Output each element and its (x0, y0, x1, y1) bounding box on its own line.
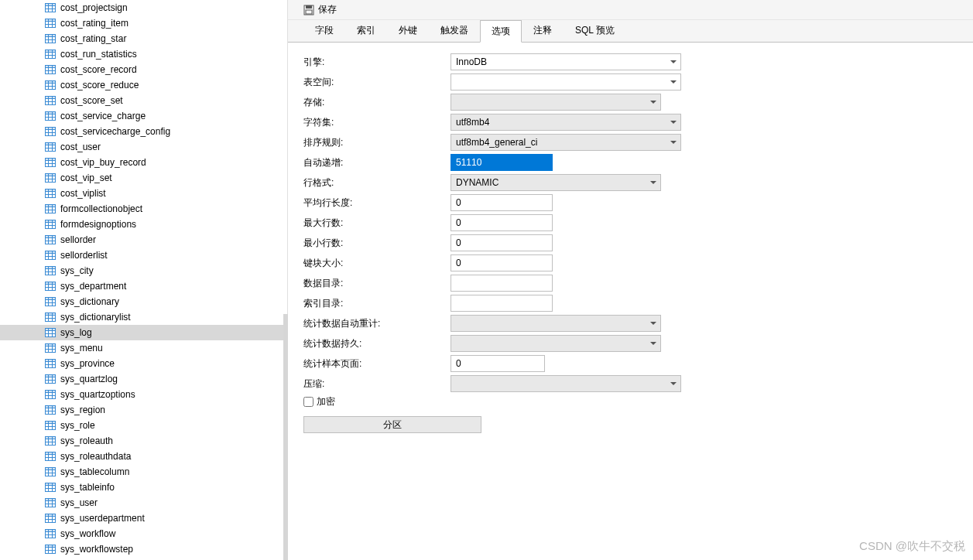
tablespace-select[interactable] (451, 73, 681, 90)
minrows-input[interactable] (451, 234, 553, 251)
maxrows-input[interactable] (451, 214, 553, 231)
sidebar-item-sys_city[interactable]: sys_city (43, 263, 287, 278)
sidebar-item-cost_projectsign[interactable]: cost_projectsign (43, 0, 287, 15)
svg-rect-176 (46, 545, 56, 548)
tree-label: sellorderlist (60, 250, 108, 261)
tab-4[interactable]: 选项 (480, 20, 522, 43)
tab-2[interactable]: 外键 (387, 19, 429, 42)
indexdir-input[interactable] (451, 295, 553, 312)
sidebar-item-sys_department[interactable]: sys_department (43, 278, 287, 294)
rowformat-select[interactable] (451, 174, 661, 191)
storage-select[interactable] (451, 94, 661, 111)
tree-label: sys_log (60, 327, 92, 338)
tree-label: cost_score_reduce (60, 80, 139, 90)
sidebar-item-cost_vip_buy_record[interactable]: cost_vip_buy_record (43, 155, 287, 170)
sidebar-item-formdesignoptions[interactable]: formdesignoptions (43, 217, 287, 232)
sidebar-item-cost_service_charge[interactable]: cost_service_charge (43, 108, 287, 124)
sidebar-item-sys_quartzlog[interactable]: sys_quartzlog (43, 371, 287, 387)
tree-label: sys_department (60, 281, 126, 292)
charset-select[interactable] (451, 114, 681, 131)
sidebar-item-cost_run_statistics[interactable]: cost_run_statistics (43, 46, 287, 62)
sidebar-item-sys_workflowtable[interactable]: sys_workflowtable (43, 557, 287, 560)
sidebar-item-sys_user[interactable]: sys_user (43, 495, 287, 510)
sidebar-item-sys_roleauthdata[interactable]: sys_roleauthdata (43, 449, 287, 464)
table-icon (45, 421, 56, 430)
sidebar-item-sys_roleauth[interactable]: sys_roleauth (43, 433, 287, 449)
sidebar-item-cost_score_set[interactable]: cost_score_set (43, 93, 287, 108)
sidebar-item-sys_tableinfo[interactable]: sys_tableinfo (43, 480, 287, 495)
tree-label: formcollectionobject (60, 203, 142, 214)
sidebar-item-sys_workflowstep[interactable]: sys_workflowstep (43, 541, 287, 557)
sidebar-item-sys_menu[interactable]: sys_menu (43, 340, 287, 356)
statspersist-select[interactable] (451, 335, 661, 352)
sidebar-item-sys_province[interactable]: sys_province (43, 356, 287, 371)
statspages-input[interactable] (451, 355, 545, 372)
tree-label: sys_workflowstep (60, 544, 133, 555)
table-icon (45, 359, 56, 368)
save-label: 保存 (318, 3, 337, 16)
sidebar-item-sys_dictionary[interactable]: sys_dictionary (43, 294, 287, 309)
table-icon (45, 282, 56, 291)
tree-label: cost_score_record (60, 64, 137, 75)
table-icon (45, 204, 56, 213)
sidebar-item-sys_region[interactable]: sys_region (43, 402, 287, 418)
sidebar-item-sys_workflow[interactable]: sys_workflow (43, 526, 287, 541)
label-collation: 排序规则: (303, 136, 451, 149)
sidebar-item-cost_rating_star[interactable]: cost_rating_star (43, 31, 287, 46)
sidebar-item-cost_score_reduce[interactable]: cost_score_reduce (43, 77, 287, 93)
table-icon (45, 235, 56, 244)
sidebar-item-cost_user[interactable]: cost_user (43, 139, 287, 155)
sidebar-item-cost_servicecharge_config[interactable]: cost_servicecharge_config (43, 124, 287, 139)
sidebar-item-cost_viplist[interactable]: cost_viplist (43, 186, 287, 201)
sidebar-item-sys_quartzoptions[interactable]: sys_quartzoptions (43, 387, 287, 402)
tab-0[interactable]: 字段 (303, 19, 345, 42)
toolbar: 保存 (288, 0, 973, 20)
sidebar-item-cost_score_record[interactable]: cost_score_record (43, 62, 287, 77)
sidebar-item-sys_dictionarylist[interactable]: sys_dictionarylist (43, 309, 287, 325)
sidebar-item-sys_role[interactable]: sys_role (43, 418, 287, 433)
tab-6[interactable]: SQL 预览 (564, 19, 626, 42)
main-panel: 保存 字段索引外键触发器选项注释SQL 预览 引擎: 表空间: 存储: 字符集:… (288, 0, 973, 560)
svg-rect-6 (46, 19, 56, 22)
tree-label: cost_rating_star (60, 33, 126, 44)
splitter[interactable] (283, 314, 288, 560)
table-icon (45, 158, 56, 167)
tree-label: sellorder (60, 234, 96, 245)
tab-5[interactable]: 注释 (522, 19, 564, 42)
tree-label: sys_region (60, 405, 105, 415)
svg-rect-21 (46, 66, 56, 68)
save-button[interactable]: 保存 (303, 3, 337, 16)
sidebar-item-cost_vip_set[interactable]: cost_vip_set (43, 170, 287, 186)
collation-select[interactable] (451, 134, 681, 151)
tab-1[interactable]: 索引 (345, 19, 387, 42)
sidebar-item-sys_log[interactable]: sys_log (0, 325, 287, 340)
sidebar-item-cost_rating_item[interactable]: cost_rating_item (43, 15, 287, 31)
datadir-input[interactable] (451, 275, 553, 292)
statsauto-select[interactable] (451, 315, 661, 332)
compress-select[interactable] (451, 375, 681, 392)
partition-button[interactable]: 分区 (303, 416, 481, 433)
autoinc-input[interactable] (451, 154, 553, 171)
encrypt-checkbox[interactable] (303, 397, 313, 407)
avgrowlen-input[interactable] (451, 194, 553, 211)
keyblock-input[interactable] (451, 254, 553, 271)
sidebar-item-sys_userdepartment[interactable]: sys_userdepartment (43, 510, 287, 526)
tree-label: sys_tableinfo (60, 482, 115, 493)
tree-label: sys_role (60, 420, 95, 431)
sidebar-item-sys_tablecolumn[interactable]: sys_tablecolumn (43, 464, 287, 480)
svg-rect-141 (46, 437, 56, 439)
sidebar-item-sellorder[interactable]: sellorder (43, 232, 287, 248)
svg-rect-11 (46, 35, 56, 37)
sidebar-item-sellorderlist[interactable]: sellorderlist (43, 248, 287, 263)
tree-label: sys_province (60, 358, 115, 369)
table-icon (45, 34, 56, 43)
save-icon (303, 5, 314, 15)
svg-rect-61 (46, 190, 56, 192)
engine-select[interactable] (451, 53, 681, 70)
svg-rect-16 (46, 50, 56, 53)
sidebar-item-formcollectionobject[interactable]: formcollectionobject (43, 201, 287, 217)
tree-label: sys_quartzlog (60, 374, 118, 384)
svg-rect-36 (46, 112, 56, 114)
tab-3[interactable]: 触发器 (429, 19, 480, 42)
table-icon (45, 452, 56, 461)
